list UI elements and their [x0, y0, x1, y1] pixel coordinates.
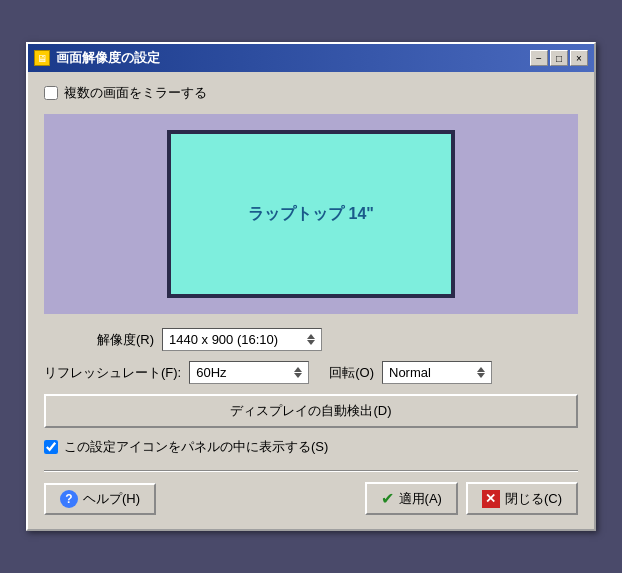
mirror-row: 複数の画面をミラーする	[44, 84, 578, 102]
arrow-up-icon	[307, 334, 315, 339]
rotation-label: 回転(O)	[329, 364, 374, 382]
refresh-arrow-down-icon	[294, 373, 302, 378]
right-buttons: ✔ 適用(A) ✕ 閉じる(C)	[365, 482, 578, 515]
apply-button[interactable]: ✔ 適用(A)	[365, 482, 458, 515]
title-buttons: − □ ×	[530, 50, 588, 66]
refresh-arrow	[294, 367, 302, 378]
resolution-row: 解像度(R) 1440 x 900 (16:10)	[44, 328, 578, 351]
help-label: ヘルプ(H)	[83, 490, 140, 508]
mirror-label: 複数の画面をミラーする	[64, 84, 207, 102]
rotation-arrow	[477, 367, 485, 378]
rotation-combo[interactable]: Normal	[382, 361, 492, 384]
apply-label: 適用(A)	[399, 490, 442, 508]
monitor-label: ラップトップ 14"	[248, 204, 374, 225]
arrow-down-icon	[307, 340, 315, 345]
help-button[interactable]: ? ヘルプ(H)	[44, 483, 156, 515]
detect-button[interactable]: ディスプレイの自動検出(D)	[44, 394, 578, 428]
maximize-button[interactable]: □	[550, 50, 568, 66]
mirror-checkbox[interactable]	[44, 86, 58, 100]
monitor-screen: ラップトップ 14"	[171, 134, 451, 294]
app-icon: 🖥	[34, 50, 50, 66]
window-content: 複数の画面をミラーする ラップトップ 14" 解像度(R) 1440 x 900…	[28, 72, 594, 529]
show-icon-checkbox[interactable]	[44, 440, 58, 454]
show-icon-row: この設定アイコンをパネルの中に表示する(S)	[44, 438, 578, 456]
rotation-arrow-up-icon	[477, 367, 485, 372]
display-area: ラップトップ 14"	[44, 114, 578, 314]
title-bar-left: 🖥 画面解像度の設定	[34, 49, 160, 67]
refresh-value: 60Hz	[196, 365, 226, 380]
resolution-combo[interactable]: 1440 x 900 (16:10)	[162, 328, 322, 351]
monitor-frame: ラップトップ 14"	[167, 130, 455, 298]
apply-icon: ✔	[381, 489, 394, 508]
rotation-value: Normal	[389, 365, 431, 380]
refresh-arrow-up-icon	[294, 367, 302, 372]
refresh-label: リフレッシュレート(F):	[44, 364, 181, 382]
window-title: 画面解像度の設定	[56, 49, 160, 67]
rotation-arrow-down-icon	[477, 373, 485, 378]
resolution-arrow	[307, 334, 315, 345]
divider	[44, 470, 578, 472]
minimize-button[interactable]: −	[530, 50, 548, 66]
resolution-value: 1440 x 900 (16:10)	[169, 332, 278, 347]
close-x-icon: ✕	[482, 490, 500, 508]
refresh-combo[interactable]: 60Hz	[189, 361, 309, 384]
close-dialog-button[interactable]: ✕ 閉じる(C)	[466, 482, 578, 515]
bottom-buttons: ? ヘルプ(H) ✔ 適用(A) ✕ 閉じる(C)	[44, 482, 578, 515]
close-button[interactable]: ×	[570, 50, 588, 66]
show-icon-label: この設定アイコンをパネルの中に表示する(S)	[64, 438, 328, 456]
help-icon: ?	[60, 490, 78, 508]
title-bar: 🖥 画面解像度の設定 − □ ×	[28, 44, 594, 72]
refresh-rotation-row: リフレッシュレート(F): 60Hz 回転(O) Normal	[44, 361, 578, 384]
close-label: 閉じる(C)	[505, 490, 562, 508]
resolution-label: 解像度(R)	[44, 331, 154, 349]
main-window: 🖥 画面解像度の設定 − □ × 複数の画面をミラーする ラップトップ 14" …	[26, 42, 596, 531]
